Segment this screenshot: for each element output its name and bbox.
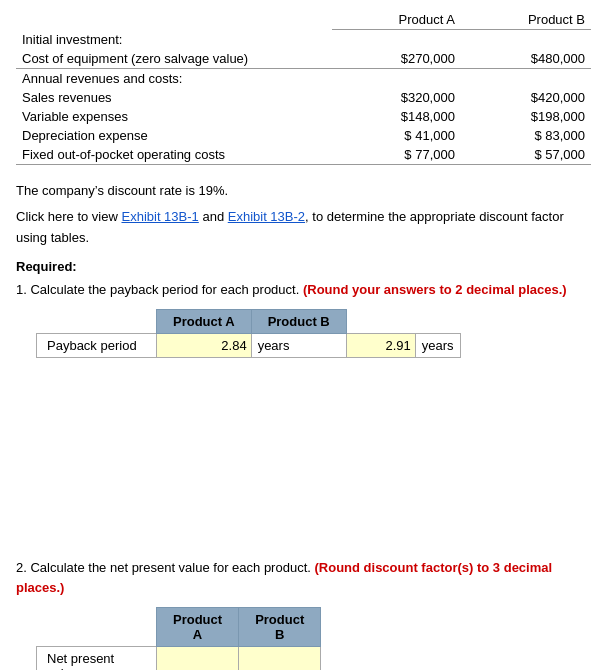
table-row: Cost of equipment (zero salvage value)$2… — [16, 49, 591, 69]
col-header-product-a: Product A — [332, 10, 461, 30]
row-val-b — [461, 68, 591, 88]
q1-answer-table: Product A Product B Payback period years… — [36, 309, 461, 358]
q1-col-header-b: Product B — [251, 310, 346, 334]
required-label: Required: — [16, 259, 591, 274]
q2-input-a[interactable] — [162, 659, 234, 670]
row-val-a: $320,000 — [332, 88, 461, 107]
row-label: Fixed out-of-pocket operating costs — [16, 145, 332, 165]
row-val-b: $420,000 — [461, 88, 591, 107]
q2-value-a-cell[interactable] — [157, 647, 239, 670]
row-val-a — [332, 68, 461, 88]
table-row: Depreciation expense$ 41,000$ 83,000 — [16, 126, 591, 145]
table-row: Variable expenses$148,000$198,000 — [16, 107, 591, 126]
row-val-a: $ 41,000 — [332, 126, 461, 145]
row-val-b: $480,000 — [461, 49, 591, 69]
table-row: Payback period years years — [37, 334, 461, 358]
row-label: Sales revenues — [16, 88, 332, 107]
table-row: Net present value — [37, 647, 321, 670]
exhibit-13b1-link[interactable]: Exhibit 13B-1 — [121, 209, 198, 224]
q2-col-header-b: Product B — [239, 608, 321, 647]
q2-answer-table: Product A Product B Net present value — [36, 607, 321, 670]
row-val-b — [461, 30, 591, 49]
row-val-a: $ 77,000 — [332, 145, 461, 165]
q2-text: Calculate the net present value for each… — [30, 560, 314, 575]
q1-highlight: (Round your answers to 2 decimal places.… — [303, 282, 567, 297]
table-row: Sales revenues$320,000$420,000 — [16, 88, 591, 107]
row-val-a: $148,000 — [332, 107, 461, 126]
q2-col-header-a: Product A — [157, 608, 239, 647]
exhibit-text: Click here to view Exhibit 13B-1 and Exh… — [16, 207, 591, 249]
row-val-b: $ 57,000 — [461, 145, 591, 165]
row-val-b: $198,000 — [461, 107, 591, 126]
row-label: Cost of equipment (zero salvage value) — [16, 49, 332, 69]
question-2-text: 2. Calculate the net present value for e… — [16, 558, 591, 597]
row-val-a — [332, 30, 461, 49]
q1-value-b-cell[interactable] — [346, 334, 415, 358]
q1-value-a-cell[interactable] — [157, 334, 252, 358]
col-header-product-b: Product B — [461, 10, 591, 30]
q1-unit-b: years — [415, 334, 460, 358]
question-1-text: 1. Calculate the payback period for each… — [16, 280, 591, 300]
q2-input-b[interactable] — [244, 659, 316, 670]
row-label: Variable expenses — [16, 107, 332, 126]
row-label: Depreciation expense — [16, 126, 332, 145]
row-val-b: $ 83,000 — [461, 126, 591, 145]
row-val-a: $270,000 — [332, 49, 461, 69]
q2-value-b-cell[interactable] — [239, 647, 321, 670]
exhibit-13b2-link[interactable]: Exhibit 13B-2 — [228, 209, 305, 224]
table-row: Initial investment: — [16, 30, 591, 49]
q2-number: 2. — [16, 560, 27, 575]
table-row: Annual revenues and costs: — [16, 68, 591, 88]
row-label: Initial investment: — [16, 30, 332, 49]
exhibit-pre: Click here to view — [16, 209, 121, 224]
row-label: Annual revenues and costs: — [16, 68, 332, 88]
q1-input-b[interactable] — [351, 338, 411, 353]
discount-rate-text: The company’s discount rate is 19%. — [16, 181, 591, 202]
q1-input-a[interactable] — [187, 338, 247, 353]
q1-text: Calculate the payback period for each pr… — [30, 282, 302, 297]
exhibit-conjunction: and — [199, 209, 228, 224]
q1-col-header-a: Product A — [157, 310, 252, 334]
product-data-table: Product A Product B Initial investment:C… — [16, 10, 591, 165]
q1-row-label: Payback period — [37, 334, 157, 358]
q1-number: 1. — [16, 282, 27, 297]
q1-unit-a: years — [251, 334, 346, 358]
table-row: Fixed out-of-pocket operating costs$ 77,… — [16, 145, 591, 165]
q2-row-label: Net present value — [37, 647, 157, 670]
info-section: The company’s discount rate is 19%. Clic… — [16, 181, 591, 249]
